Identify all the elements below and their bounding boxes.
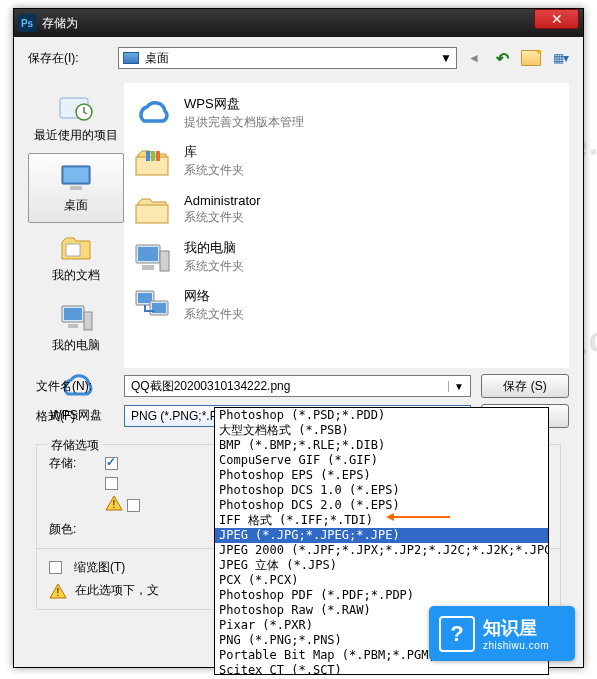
computer-icon bbox=[54, 300, 98, 334]
list-item[interactable]: 我的电脑系统文件夹 bbox=[128, 233, 565, 281]
checkbox[interactable] bbox=[127, 499, 140, 512]
svg-rect-16 bbox=[138, 247, 158, 261]
format-option[interactable]: CompuServe GIF (*.GIF) bbox=[215, 453, 548, 468]
format-option[interactable]: PCX (*.PCX) bbox=[215, 573, 548, 588]
computer-icon bbox=[130, 237, 174, 277]
format-option[interactable]: Photoshop (*.PSD;*.PDD) bbox=[215, 408, 548, 423]
file-list[interactable]: WPS网盘提供完善文档版本管理 库系统文件夹 Administrator系统文件… bbox=[124, 83, 569, 368]
group-title: 存储选项 bbox=[47, 437, 103, 454]
svg-rect-14 bbox=[136, 205, 168, 223]
place-label: 最近使用的项目 bbox=[34, 127, 118, 144]
view-menu-icon[interactable] bbox=[551, 49, 569, 67]
svg-text:!: ! bbox=[113, 499, 116, 510]
list-item[interactable]: Administrator系统文件夹 bbox=[128, 185, 565, 233]
back-icon[interactable] bbox=[465, 49, 483, 67]
svg-rect-12 bbox=[151, 151, 155, 161]
list-item[interactable]: 库系统文件夹 bbox=[128, 137, 565, 185]
recent-items-icon bbox=[54, 90, 98, 124]
up-level-icon[interactable] bbox=[493, 49, 511, 67]
storage-label: 存储: bbox=[49, 455, 97, 472]
annotation-arrow bbox=[390, 516, 450, 518]
list-item[interactable]: 网络系统文件夹 bbox=[128, 281, 565, 329]
thumbnail-checkbox[interactable] bbox=[49, 561, 62, 574]
titlebar[interactable]: Ps 存储为 ✕ bbox=[14, 9, 583, 37]
svg-text:!: ! bbox=[57, 587, 60, 598]
color-label: 颜色: bbox=[49, 521, 97, 538]
svg-rect-18 bbox=[142, 265, 154, 270]
svg-rect-11 bbox=[146, 151, 150, 161]
format-option[interactable]: Photoshop PDF (*.PDF;*.PDP) bbox=[215, 588, 548, 603]
library-icon bbox=[130, 141, 174, 181]
svg-rect-3 bbox=[64, 168, 88, 182]
format-option[interactable]: Photoshop DCS 2.0 (*.EPS) bbox=[215, 498, 548, 513]
place-label: 桌面 bbox=[64, 197, 88, 214]
brand-icon: ? bbox=[439, 616, 475, 652]
svg-rect-5 bbox=[66, 244, 80, 256]
place-desktop[interactable]: 桌面 bbox=[28, 153, 124, 223]
svg-rect-9 bbox=[68, 324, 78, 328]
svg-rect-13 bbox=[156, 151, 160, 161]
close-button[interactable]: ✕ bbox=[534, 9, 579, 29]
svg-rect-8 bbox=[84, 312, 92, 330]
place-label: 我的文档 bbox=[52, 267, 100, 284]
format-label: 格式(F): bbox=[28, 408, 114, 425]
svg-rect-4 bbox=[70, 186, 82, 190]
chevron-down-icon: ▼ bbox=[440, 51, 452, 65]
format-option[interactable]: BMP (*.BMP;*.RLE;*.DIB) bbox=[215, 438, 548, 453]
window-title: 存储为 bbox=[42, 15, 534, 32]
network-icon bbox=[130, 285, 174, 325]
place-documents[interactable]: 我的文档 bbox=[28, 223, 124, 293]
places-bar: 最近使用的项目 桌面 我的文档 bbox=[28, 83, 124, 368]
list-item[interactable]: WPS网盘提供完善文档版本管理 bbox=[128, 89, 565, 137]
desktop-icon bbox=[54, 160, 98, 194]
save-in-value: 桌面 bbox=[145, 50, 169, 67]
checkbox[interactable] bbox=[105, 477, 118, 490]
save-in-dropdown[interactable]: 桌面 ▼ bbox=[118, 47, 457, 69]
desktop-icon bbox=[123, 52, 139, 64]
warning-icon: ! bbox=[105, 495, 123, 511]
format-option[interactable]: JPEG 立体 (*.JPS) bbox=[215, 558, 548, 573]
format-option[interactable]: Photoshop EPS (*.EPS) bbox=[215, 468, 548, 483]
brand-title: 知识屋 bbox=[483, 616, 549, 640]
user-folder-icon bbox=[130, 189, 174, 229]
place-computer[interactable]: 我的电脑 bbox=[28, 293, 124, 363]
format-option[interactable]: Photoshop DCS 1.0 (*.EPS) bbox=[215, 483, 548, 498]
format-option[interactable]: 大型文档格式 (*.PSB) bbox=[215, 423, 548, 438]
warning-icon: ! bbox=[49, 583, 67, 599]
filename-input[interactable]: QQ截图20200310134222.png ▼ bbox=[124, 375, 471, 397]
filename-label: 文件名(N): bbox=[28, 378, 114, 395]
chevron-down-icon[interactable]: ▼ bbox=[448, 381, 464, 392]
documents-icon bbox=[54, 230, 98, 264]
svg-rect-7 bbox=[64, 308, 82, 320]
save-button[interactable]: 保存 (S) bbox=[481, 374, 569, 398]
svg-rect-17 bbox=[160, 251, 169, 271]
place-recent[interactable]: 最近使用的项目 bbox=[28, 83, 124, 153]
photoshop-icon: Ps bbox=[18, 14, 36, 32]
cloud-icon bbox=[130, 93, 174, 133]
checkbox[interactable] bbox=[105, 457, 118, 470]
warning-text: 在此选项下，文 bbox=[75, 582, 159, 599]
new-folder-icon[interactable] bbox=[521, 50, 541, 66]
thumbnail-label: 缩览图(T) bbox=[74, 559, 125, 576]
place-label: 我的电脑 bbox=[52, 337, 100, 354]
brand-badge[interactable]: ? 知识屋 zhishiwu.com bbox=[429, 606, 575, 661]
format-option[interactable]: JPEG (*.JPG;*.JPEG;*.JPE) bbox=[215, 528, 548, 543]
format-option[interactable]: Scitex CT (*.SCT) bbox=[215, 663, 548, 675]
format-option[interactable]: JPEG 2000 (*.JPF;*.JPX;*.JP2;*.J2C;*.J2K… bbox=[215, 543, 548, 558]
save-in-label: 保存在(I): bbox=[28, 50, 110, 67]
brand-subtitle: zhishiwu.com bbox=[483, 640, 549, 651]
